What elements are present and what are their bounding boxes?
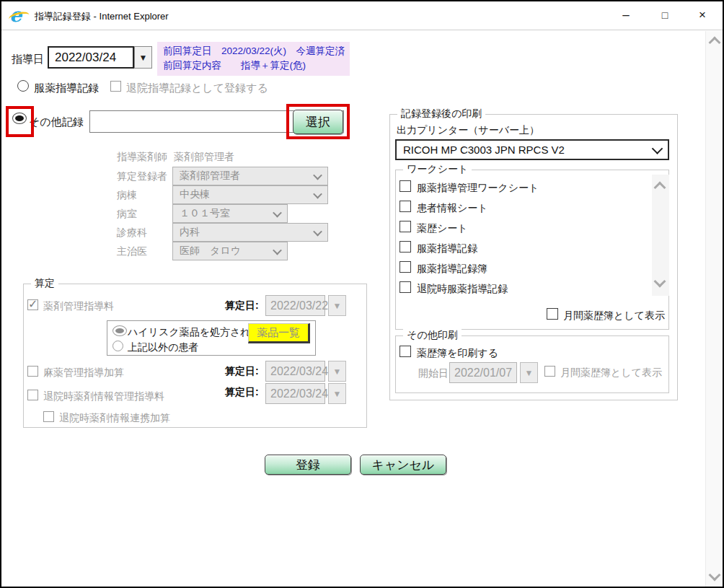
previous-calculation-line1: 前回算定日 2022/03/22(火) 今週算定済: [163, 45, 345, 56]
discharge-drug-info-date-label: 算定日:: [225, 386, 259, 399]
narcotic-date-dropdown-button: [328, 361, 346, 382]
medication-guidance-radio[interactable]: [17, 80, 29, 92]
guidance-date-label: 指導日: [12, 53, 44, 66]
chevron-down-icon: [313, 170, 322, 180]
guidance-date-dropdown-button[interactable]: [134, 46, 152, 69]
discharge-register-checkbox: [110, 81, 121, 92]
output-printer-label: 出力プリンター（サーバー上）: [397, 124, 539, 137]
monthly-history-display-label[interactable]: 月間薬歴簿として表示: [563, 310, 665, 322]
ward-select: 中央棟: [172, 185, 328, 204]
discharge-drug-info-checkbox: [27, 390, 38, 400]
worksheet-item-label[interactable]: 患者情報シート: [417, 202, 488, 215]
monthly-history-display-checkbox[interactable]: [547, 308, 558, 320]
room-select-value: １０１号室: [180, 207, 230, 220]
ward-select-value: 中央棟: [180, 188, 210, 201]
chevron-down-icon: [313, 189, 322, 198]
department-label: 診療科: [117, 227, 147, 240]
window-title: 指導記録登録 - Internet Explorer: [35, 10, 169, 23]
other-print-group-label: その他印刷: [403, 329, 462, 342]
worksheet-checkbox-0[interactable]: [399, 180, 411, 192]
worksheet-checkbox-2[interactable]: [399, 221, 411, 232]
discharge-drug-link-label: 退院時薬剤情報連携加算: [59, 412, 170, 425]
drug-management-date-dropdown-button: [328, 295, 346, 316]
pharmacist-value: 薬剤部管理者: [174, 151, 234, 164]
doctor-select: 医師 タロウ: [172, 242, 288, 260]
room-label: 病室: [117, 208, 137, 221]
minimize-button[interactable]: –: [610, 4, 642, 27]
discharge-drug-info-date-input: 2022/03/24: [265, 383, 325, 404]
worksheet-item-label[interactable]: 退院時服薬指導記録: [417, 283, 508, 296]
scroll-down-icon[interactable]: [654, 276, 666, 288]
scroll-up-icon[interactable]: [654, 182, 666, 194]
start-date-label: 開始日: [418, 367, 449, 380]
guidance-date-input[interactable]: 2022/03/24: [48, 46, 134, 69]
worksheet-checkbox-4[interactable]: [399, 261, 411, 273]
scroll-down-icon[interactable]: [709, 569, 721, 582]
discharge-drug-link-checkbox: [43, 411, 54, 422]
worksheet-item-label[interactable]: 服薬指導記録: [417, 242, 477, 255]
medication-guidance-radio-label[interactable]: 服薬指導記録: [34, 82, 99, 95]
monthly-history-display-checkbox-2: [544, 366, 555, 377]
start-date-input: 2022/01/07: [449, 362, 517, 383]
ie-window: e 指導記録登録 - Internet Explorer – □ × 指導日 2…: [0, 0, 724, 588]
previous-calculation-line2: 前回算定内容 指導＋算定(危): [163, 60, 306, 71]
chevron-down-icon: [652, 143, 663, 154]
drug-management-fee-label: 薬剤管理指導料: [43, 300, 114, 313]
output-printer-select-value: RICOH MP C3003 JPN RPCS V2: [403, 144, 565, 156]
chevron-down-icon: [313, 227, 322, 236]
narcotic-management-checkbox: [27, 366, 38, 377]
maximize-button[interactable]: □: [649, 4, 681, 27]
close-button[interactable]: ×: [687, 4, 718, 27]
print-after-register-group-label: 記録登録後の印刷: [397, 107, 485, 120]
registrant-label: 算定登録者: [117, 170, 167, 183]
worksheet-scrollbar[interactable]: [652, 175, 669, 296]
drug-management-fee-checkbox: [27, 299, 38, 310]
registrant-select: 薬剤部管理者: [172, 167, 328, 185]
scroll-up-icon[interactable]: [709, 37, 721, 49]
department-select-value: 内科: [180, 226, 200, 239]
worksheet-group-label: ワークシート: [403, 163, 472, 176]
room-select: １０１号室: [172, 204, 288, 223]
title-bar: e 指導記録登録 - Internet Explorer – □ ×: [1, 1, 723, 30]
drug-management-date-label: 算定日:: [225, 299, 259, 312]
select-button[interactable]: 選択: [293, 110, 343, 134]
narcotic-management-label: 麻薬管理指導加算: [43, 367, 124, 379]
narcotic-date-input: 2022/03/24: [265, 361, 325, 382]
worksheet-item-label[interactable]: 服薬指導管理ワークシート: [417, 182, 539, 195]
discharge-drug-info-label: 退院時薬剤情報管理指導料: [43, 390, 164, 403]
other-patient-radio-label: 上記以外の患者: [128, 341, 198, 354]
window-scrollbar[interactable]: [705, 31, 724, 587]
worksheet-checkbox-3[interactable]: [399, 241, 411, 253]
ward-label: 病棟: [117, 189, 137, 202]
worksheet-item-label[interactable]: 薬歴シート: [417, 222, 468, 235]
chevron-down-icon: [273, 245, 282, 255]
doctor-select-value: 医師 タロウ: [180, 245, 241, 258]
worksheet-checkbox-1[interactable]: [399, 201, 411, 212]
discharge-register-checkbox-label: 退院指導記録として登録する: [126, 82, 268, 95]
worksheet-checkbox-5[interactable]: [399, 281, 411, 293]
pharmacist-label: 指導薬剤師: [117, 151, 167, 164]
other-record-radio-label[interactable]: その他記録: [29, 115, 84, 129]
worksheet-item-label[interactable]: 服薬指導記録簿: [417, 263, 487, 276]
registrant-select-value: 薬剤部管理者: [180, 170, 240, 183]
other-patient-radio: [112, 341, 123, 351]
calculation-group-label: 算定: [31, 277, 58, 290]
output-printer-select[interactable]: RICOH MP C3003 JPN RPCS V2: [395, 139, 669, 160]
print-drug-history-label[interactable]: 薬歴簿を印刷する: [417, 347, 498, 360]
drug-list-button[interactable]: 薬品一覧: [248, 323, 310, 343]
register-button[interactable]: 登録: [265, 455, 351, 475]
print-drug-history-checkbox[interactable]: [399, 346, 411, 357]
department-select: 内科: [172, 223, 328, 242]
other-record-radio[interactable]: [12, 113, 27, 124]
monthly-history-display-label-2: 月間薬歴簿として表示: [560, 367, 662, 379]
doctor-label: 主治医: [117, 245, 147, 258]
drug-management-date-input: 2022/03/22: [265, 295, 325, 316]
previous-calculation-note: 前回算定日 2022/03/22(火) 今週算定済前回算定内容 指導＋算定(危): [157, 42, 350, 76]
internet-explorer-icon: e: [9, 6, 29, 25]
cancel-button[interactable]: キャンセル: [360, 455, 446, 475]
chevron-down-icon: [273, 208, 282, 217]
narcotic-date-label: 算定日:: [225, 365, 259, 378]
highrisk-patient-radio: [112, 325, 127, 336]
start-date-dropdown-button: [520, 362, 538, 383]
discharge-drug-info-date-dropdown-button: [328, 383, 346, 404]
